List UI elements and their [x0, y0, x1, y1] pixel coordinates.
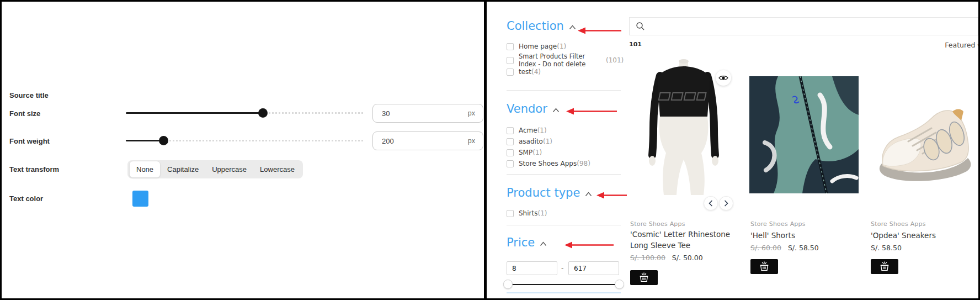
- section-divider: [507, 174, 621, 175]
- product-image[interactable]: [870, 76, 979, 193]
- price-range-handle-max[interactable]: [615, 280, 624, 289]
- filter-heading-collection[interactable]: Collection: [507, 19, 576, 33]
- search-icon: [636, 22, 645, 31]
- section-divider: [507, 225, 621, 225]
- checkbox[interactable]: [507, 210, 514, 217]
- filter-option-count: (1): [537, 127, 547, 134]
- filter-option-shirts[interactable]: Shirts(1): [507, 209, 547, 217]
- font-size-label: Font size: [9, 109, 40, 118]
- annotation-arrow-product-type: [596, 191, 628, 199]
- filter-option-asadito[interactable]: asadito(1): [507, 138, 552, 145]
- checkbox[interactable]: [507, 138, 514, 145]
- filter-option-count: (101): [606, 56, 624, 64]
- basket-icon: [878, 261, 891, 272]
- checkbox[interactable]: [507, 127, 514, 134]
- filter-option-label: Store Shoes Apps: [519, 160, 577, 167]
- text-transform-option-lowercase[interactable]: Lowercase: [253, 161, 301, 177]
- price-min-input[interactable]: [507, 261, 557, 275]
- current-price: S/. 58.50: [788, 244, 819, 252]
- section-divider: [507, 90, 621, 91]
- font-weight-slider[interactable]: [126, 140, 363, 141]
- price-range-handle-min[interactable]: [503, 280, 513, 289]
- filter-heading-vendor[interactable]: Vendor: [507, 102, 560, 115]
- text-color-swatch[interactable]: [132, 191, 148, 207]
- filter-option-home-page[interactable]: Home page(1): [507, 43, 566, 50]
- product-image[interactable]: [749, 76, 859, 193]
- eye-icon: [718, 75, 728, 81]
- product-vendor: Store Shoes Apps: [871, 220, 926, 228]
- filter-option-label: asadito: [519, 138, 543, 145]
- font-weight-input[interactable]: [373, 137, 450, 145]
- price-range-separator: -: [561, 265, 563, 272]
- product-card-hell-shorts: Store Shoes Apps 'Hell' Shorts S/. 60.00…: [749, 46, 859, 193]
- font-size-unit: px: [468, 109, 483, 117]
- text-transform-option-none[interactable]: None: [129, 161, 161, 178]
- filter-option-label: Home page: [519, 43, 557, 50]
- slider-track-filled: [126, 140, 163, 141]
- font-weight-unit: px: [468, 137, 483, 145]
- font-size-slider-handle[interactable]: [258, 108, 268, 118]
- filter-option-label: SMP: [519, 149, 532, 156]
- filter-option-label: test: [519, 68, 531, 76]
- product-card-opdea-sneakers: Store Shoes Apps 'Opdea' Sneakers S/. 58…: [870, 46, 979, 193]
- chevron-up-icon: [569, 25, 576, 30]
- basket-icon: [638, 272, 650, 283]
- product-price-row: S/. 60.00 S/. 58.50: [750, 244, 819, 252]
- font-size-field: px: [372, 104, 483, 123]
- filter-option-count: (98): [577, 160, 590, 167]
- add-to-cart-button[interactable]: [871, 259, 898, 274]
- font-weight-field: px: [372, 131, 483, 150]
- annotation-arrow-price: [564, 241, 615, 249]
- product-title[interactable]: 'Cosmic' Letter Rhinestone Long Sleeve T…: [630, 229, 737, 251]
- text-transform-label: Text transform: [9, 165, 59, 173]
- filter-heading-product-type[interactable]: Product type: [507, 186, 592, 199]
- chevron-up-icon: [585, 192, 592, 197]
- text-transform-control: None Capitalize Uppercase Lowercase: [127, 160, 303, 178]
- filter-option-smp[interactable]: SMP(1): [507, 149, 542, 156]
- quick-view-button[interactable]: [716, 70, 731, 86]
- product-title[interactable]: 'Hell' Shorts: [750, 230, 858, 241]
- font-size-slider[interactable]: [126, 112, 363, 114]
- product-title[interactable]: 'Opdea' Sneakers: [871, 230, 978, 241]
- text-transform-option-uppercase[interactable]: Uppercase: [205, 161, 253, 177]
- filter-option-count: (1): [543, 138, 552, 145]
- font-size-input[interactable]: [373, 109, 450, 118]
- font-weight-slider-handle[interactable]: [159, 136, 168, 145]
- filter-option-acme[interactable]: Acme(1): [507, 127, 547, 134]
- add-to-cart-button[interactable]: [750, 259, 778, 274]
- text-color-label: Text color: [9, 194, 43, 203]
- filter-heading-price[interactable]: Price: [507, 236, 547, 249]
- product-search-box: [629, 17, 978, 35]
- storefront-preview-panel: Collection Home page(1) Smart Products F…: [487, 2, 980, 298]
- checkbox[interactable]: [507, 160, 514, 167]
- product-price-row: S/. 58.50: [871, 244, 902, 252]
- compare-at-price: S/. 60.00: [750, 244, 781, 252]
- search-input[interactable]: [645, 22, 978, 30]
- beige-sneaker-image: [870, 76, 979, 193]
- checkbox[interactable]: [507, 69, 514, 76]
- filter-heading-label: Vendor: [507, 102, 547, 115]
- product-vendor: Store Shoes Apps: [750, 220, 806, 228]
- checkbox[interactable]: [507, 43, 514, 50]
- slider-track-filled: [126, 112, 263, 114]
- filter-option-smart-products-filter-index[interactable]: Smart Products Filter Index - Do not del…: [507, 52, 624, 69]
- chevron-up-icon: [552, 108, 560, 113]
- filter-heading-label: Collection: [507, 19, 564, 33]
- carousel-next-button[interactable]: [719, 196, 733, 210]
- product-image[interactable]: [629, 46, 738, 195]
- price-range-slider[interactable]: [507, 284, 620, 285]
- product-card-cosmic-tee: Store Shoes Apps 'Cosmic' Letter Rhinest…: [629, 46, 738, 195]
- source-title-label: Source title: [9, 91, 49, 99]
- checkbox[interactable]: [507, 149, 514, 156]
- carousel-prev-button[interactable]: [704, 196, 718, 210]
- price-max-input[interactable]: [568, 261, 619, 275]
- product-price-row: S/. 100.00 S/. 50.00: [630, 254, 703, 262]
- checkbox[interactable]: [507, 57, 514, 64]
- filter-option-test[interactable]: test(4): [507, 68, 541, 76]
- filter-option-count: (1): [537, 209, 547, 217]
- current-price: S/. 58.50: [871, 244, 902, 252]
- product-vendor: Store Shoes Apps: [630, 220, 685, 228]
- filter-option-store-shoes-apps[interactable]: Store Shoes Apps(98): [507, 160, 590, 167]
- add-to-cart-button[interactable]: [630, 270, 658, 285]
- text-transform-option-capitalize[interactable]: Capitalize: [161, 161, 205, 177]
